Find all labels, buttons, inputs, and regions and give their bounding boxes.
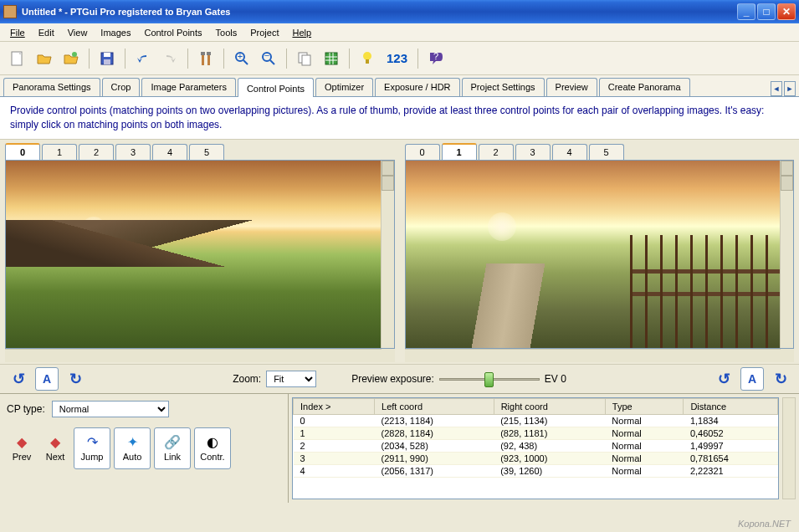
cp-type-select[interactable]: Normal xyxy=(52,401,169,417)
left-auto-a-button[interactable]: A xyxy=(35,367,59,391)
right-tabs-tab-1[interactable]: 1 xyxy=(442,143,477,160)
zoom-select[interactable]: Fit xyxy=(266,371,316,387)
right-tabs-tab-5[interactable]: 5 xyxy=(589,144,624,160)
right-tabs-tab-3[interactable]: 3 xyxy=(515,144,551,160)
close-button[interactable]: ✕ xyxy=(777,3,796,20)
next-button[interactable]: ◆Next xyxy=(40,427,70,469)
jump-button[interactable]: ↷Jump xyxy=(74,427,110,469)
left-tabs-tab-1[interactable]: 1 xyxy=(42,144,77,160)
menu-project[interactable]: Project xyxy=(243,25,285,40)
image-panes: 012345 012345 xyxy=(0,140,799,364)
left-tabs-tab-4[interactable]: 4 xyxy=(152,144,187,160)
zoom-in-icon[interactable]: + xyxy=(229,46,254,71)
tab-panorama-settings[interactable]: Panorama Settings xyxy=(3,78,100,96)
tab-image-parameters[interactable]: Image Parameters xyxy=(141,78,235,96)
copy-icon[interactable] xyxy=(292,46,317,71)
undo-icon[interactable] xyxy=(131,46,156,71)
table-row[interactable]: 4(2056, 1317)(39, 1260)Normal2,22321 xyxy=(294,464,778,477)
left-tabs-tab-2[interactable]: 2 xyxy=(79,144,114,160)
instruction-text: Provide control points (matching points … xyxy=(0,97,799,140)
left-pane: 012345 xyxy=(0,140,400,364)
tab-create-panorama[interactable]: Create Panorama xyxy=(599,78,690,96)
table-header[interactable]: Index > xyxy=(294,398,375,414)
table-header[interactable]: Distance xyxy=(684,398,778,414)
table-row[interactable]: 2(2034, 528)(92, 438)Normal1,49997 xyxy=(294,439,778,452)
table-row[interactable]: 1(2828, 1184)(828, 1181)Normal0,46052 xyxy=(294,427,778,439)
right-vscroll[interactable] xyxy=(780,161,793,348)
auto-button[interactable]: ✦Auto xyxy=(114,427,151,469)
grid-icon[interactable] xyxy=(319,46,344,71)
right-auto-a-button[interactable]: A xyxy=(740,367,764,391)
left-tabs-tab-0[interactable]: 0 xyxy=(5,143,40,160)
svg-rect-7 xyxy=(201,52,205,55)
control-points-table[interactable]: Index >Left coordRight coordTypeDistance… xyxy=(292,397,779,499)
menu-tools[interactable]: Tools xyxy=(209,25,244,40)
bulb-icon[interactable] xyxy=(355,46,380,71)
open-folder-icon[interactable] xyxy=(32,46,57,71)
cp-controls: CP type: Normal ◆Prev ◆Next ↷Jump ✦Auto … xyxy=(0,394,289,503)
table-header[interactable]: Right coord xyxy=(494,398,605,414)
menu-view[interactable]: View xyxy=(61,25,95,40)
left-vscroll[interactable] xyxy=(381,161,394,348)
help-icon[interactable]: ? xyxy=(423,46,448,71)
left-hscroll[interactable] xyxy=(5,349,382,362)
tabs-scroll-left[interactable]: ◄ xyxy=(771,81,782,96)
app-icon xyxy=(3,5,17,18)
left-rotate-cw-icon[interactable]: ↻ xyxy=(64,367,87,391)
exposure-slider[interactable] xyxy=(439,372,540,386)
svg-text:+: + xyxy=(238,51,243,61)
left-image-view[interactable] xyxy=(6,161,381,348)
numbers-label[interactable]: 123 xyxy=(382,51,412,65)
tab-project-settings[interactable]: Project Settings xyxy=(462,78,545,96)
table-vscroll[interactable] xyxy=(782,397,796,499)
contrast-button[interactable]: ◐Contr. xyxy=(194,427,231,469)
right-rotate-ccw-icon[interactable]: ↺ xyxy=(712,367,735,391)
right-tabs-tab-4[interactable]: 4 xyxy=(552,144,587,160)
right-rotate-cw-icon[interactable]: ↻ xyxy=(769,367,792,391)
tab-exposure-hdr[interactable]: Exposure / HDR xyxy=(375,78,459,96)
tab-crop[interactable]: Crop xyxy=(102,78,141,96)
svg-rect-23 xyxy=(366,59,369,64)
left-tabs-tab-3[interactable]: 3 xyxy=(115,144,151,160)
left-rotate-ccw-icon[interactable]: ↺ xyxy=(7,367,30,391)
prev-button[interactable]: ◆Prev xyxy=(7,427,37,469)
svg-point-22 xyxy=(363,52,371,60)
right-tabs-tab-0[interactable]: 0 xyxy=(405,144,440,160)
tab-optimizer[interactable]: Optimizer xyxy=(315,78,373,96)
tab-control-points[interactable]: Control Points xyxy=(238,78,314,97)
toolbar: + − 123 ? xyxy=(0,42,799,75)
save-icon[interactable] xyxy=(95,46,120,71)
window-title: Untitled * - PTGui Pro registered to Bry… xyxy=(22,7,737,17)
table-row[interactable]: 0(2213, 1184)(215, 1134)Normal1,1834 xyxy=(294,414,778,427)
tab-preview[interactable]: Preview xyxy=(546,78,597,96)
redo-icon[interactable] xyxy=(157,46,182,71)
right-hscroll[interactable] xyxy=(405,349,781,362)
right-image-view[interactable] xyxy=(406,161,781,348)
tools-icon[interactable] xyxy=(193,46,218,71)
table-header[interactable]: Type xyxy=(605,398,684,414)
menu-images[interactable]: Images xyxy=(94,25,137,40)
svg-text:?: ? xyxy=(433,51,438,61)
svg-line-10 xyxy=(243,60,248,64)
maximize-button[interactable]: □ xyxy=(757,3,776,20)
svg-rect-8 xyxy=(207,52,211,55)
menu-edit[interactable]: Edit xyxy=(32,25,61,40)
table-row[interactable]: 3(2911, 990)(923, 1000)Normal0,781654 xyxy=(294,452,778,464)
svg-rect-16 xyxy=(302,55,310,65)
cp-type-label: CP type: xyxy=(7,403,45,415)
minimize-button[interactable]: _ xyxy=(737,3,755,20)
tabs-scroll-right[interactable]: ► xyxy=(784,81,796,96)
window-titlebar: Untitled * - PTGui Pro registered to Bry… xyxy=(0,0,799,23)
left-tabs-tab-5[interactable]: 5 xyxy=(189,144,224,160)
menu-control-points[interactable]: Control Points xyxy=(137,25,208,40)
right-tabs-tab-2[interactable]: 2 xyxy=(479,144,514,160)
svg-rect-3 xyxy=(104,53,110,57)
open-project-icon[interactable] xyxy=(59,46,84,71)
svg-rect-17 xyxy=(325,53,337,64)
table-header[interactable]: Left coord xyxy=(375,398,494,414)
link-button[interactable]: 🔗Link xyxy=(154,427,191,469)
zoom-out-icon[interactable]: − xyxy=(256,46,281,71)
menu-help[interactable]: Help xyxy=(285,25,318,40)
menu-file[interactable]: File xyxy=(3,25,32,40)
new-doc-icon[interactable] xyxy=(5,46,30,71)
